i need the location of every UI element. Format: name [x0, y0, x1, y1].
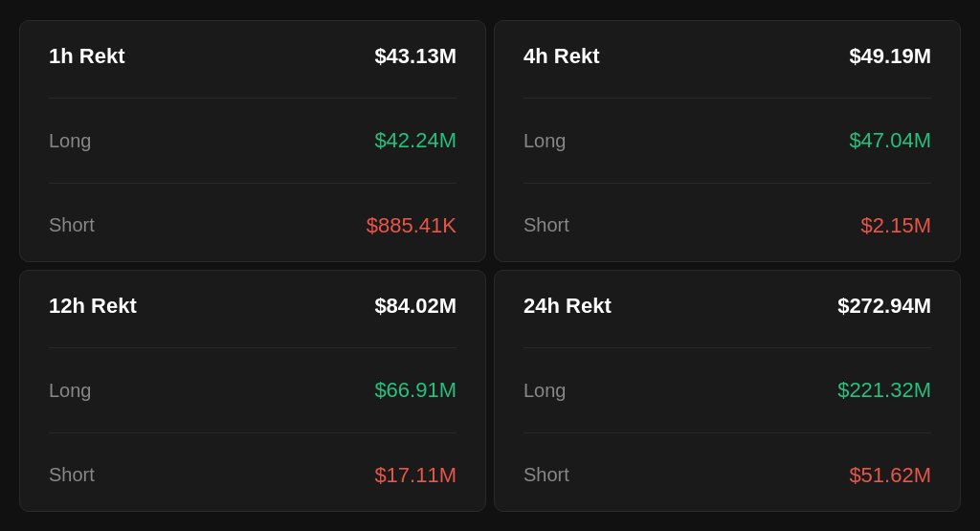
long-row: Long $221.32M — [523, 378, 931, 403]
short-row: Short $2.15M — [523, 213, 931, 238]
card-title: 12h Rekt — [49, 294, 137, 319]
long-row: Long $66.91M — [49, 378, 457, 403]
divider-middle — [49, 183, 457, 184]
long-label: Long — [49, 380, 92, 402]
divider-middle — [523, 432, 931, 433]
short-value: $2.15M — [861, 213, 931, 238]
rekt-grid: 1h Rekt $43.13M Long $42.24M Short $885.… — [11, 12, 969, 520]
short-value: $51.62M — [849, 463, 931, 488]
card-header-row: 4h Rekt $49.19M — [523, 44, 931, 69]
short-row: Short $885.41K — [49, 213, 457, 238]
short-value: $17.11M — [374, 463, 457, 488]
card-header-row: 1h Rekt $43.13M — [49, 44, 457, 69]
long-value: $66.91M — [374, 378, 457, 403]
card-1h: 1h Rekt $43.13M Long $42.24M Short $885.… — [19, 20, 486, 262]
short-label: Short — [523, 214, 569, 236]
long-label: Long — [523, 380, 567, 402]
short-row: Short $51.62M — [523, 463, 931, 488]
card-header-row: 12h Rekt $84.02M — [49, 294, 457, 319]
card-title: 1h Rekt — [49, 44, 124, 69]
long-label: Long — [49, 130, 92, 152]
divider-top — [49, 98, 457, 99]
card-title: 24h Rekt — [523, 294, 612, 319]
long-row: Long $47.04M — [523, 128, 931, 153]
divider-top — [49, 347, 457, 348]
card-title: 4h Rekt — [523, 44, 599, 69]
divider-middle — [49, 432, 457, 433]
card-header-row: 24h Rekt $272.94M — [523, 294, 931, 319]
long-value: $47.04M — [849, 128, 931, 153]
divider-top — [523, 98, 931, 99]
long-label: Long — [523, 130, 567, 152]
card-total: $43.13M — [374, 44, 457, 69]
card-total: $272.94M — [837, 294, 931, 319]
short-value: $885.41K — [367, 213, 457, 238]
card-12h: 12h Rekt $84.02M Long $66.91M Short $17.… — [19, 270, 486, 512]
short-row: Short $17.11M — [49, 463, 457, 488]
short-label: Short — [523, 464, 569, 486]
short-label: Short — [49, 464, 95, 486]
card-total: $49.19M — [849, 44, 931, 69]
divider-middle — [523, 183, 931, 184]
long-row: Long $42.24M — [49, 128, 457, 153]
long-value: $221.32M — [837, 378, 931, 403]
long-value: $42.24M — [374, 128, 457, 153]
divider-top — [523, 347, 931, 348]
short-label: Short — [49, 214, 95, 236]
card-24h: 24h Rekt $272.94M Long $221.32M Short $5… — [494, 270, 961, 512]
card-total: $84.02M — [374, 294, 457, 319]
card-4h: 4h Rekt $49.19M Long $47.04M Short $2.15… — [494, 20, 961, 262]
